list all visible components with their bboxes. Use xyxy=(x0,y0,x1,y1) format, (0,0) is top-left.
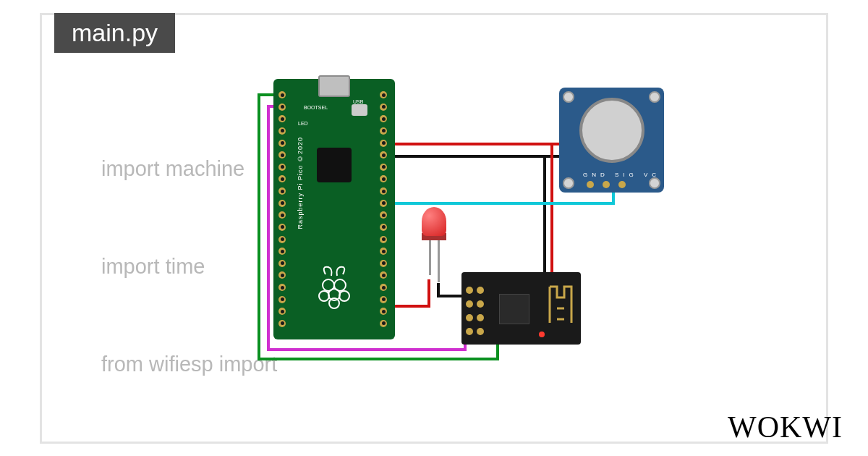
pico-led-label: LED xyxy=(298,121,308,126)
rtc-mounting-hole xyxy=(563,91,574,103)
svg-point-4 xyxy=(339,291,349,301)
wokwi-logo: WOKWI xyxy=(728,410,843,444)
circuit-diagram: Raspberry Pi Pico ©2020 BOOTSEL LED USB xyxy=(241,66,704,370)
rtc-pin-labels: GND SIG VC xyxy=(583,172,660,178)
rtc-mounting-hole xyxy=(563,177,574,189)
pico-pins-left xyxy=(275,90,292,329)
esp-status-led xyxy=(539,332,545,337)
led-cathode xyxy=(429,240,431,275)
pico-usb-port xyxy=(318,75,350,97)
pico-board-label: Raspberry Pi Pico ©2020 xyxy=(297,137,304,229)
pico-usb-label: USB xyxy=(353,99,363,104)
pico-bootsel-label: BOOTSEL xyxy=(304,105,328,110)
pico-rp2040-chip xyxy=(317,148,352,182)
raspberry-pi-pico: Raspberry Pi Pico ©2020 BOOTSEL LED USB xyxy=(273,79,395,339)
pico-bootsel-button xyxy=(352,104,367,116)
rtc-mounting-hole xyxy=(649,91,660,103)
led-anode xyxy=(438,240,440,282)
rtc-mounting-hole xyxy=(649,177,660,189)
led-bulb xyxy=(422,207,446,236)
pico-pins-right xyxy=(376,90,393,329)
rtc-coin-battery xyxy=(579,98,644,163)
filename-tab: main.py xyxy=(54,13,175,53)
esp-antenna-icon xyxy=(546,279,575,330)
esp8266-module xyxy=(461,272,581,345)
raspberry-logo-icon xyxy=(312,260,356,311)
esp-pin-header xyxy=(466,287,485,339)
rtc-pins xyxy=(587,181,626,188)
project-card: import machine import time from wifiesp … xyxy=(40,13,828,444)
svg-point-3 xyxy=(319,291,329,301)
rtc-module: GND SIG VC xyxy=(559,88,664,193)
wire-black-esp xyxy=(386,156,545,290)
red-led xyxy=(422,207,446,240)
esp-chip xyxy=(499,294,529,324)
